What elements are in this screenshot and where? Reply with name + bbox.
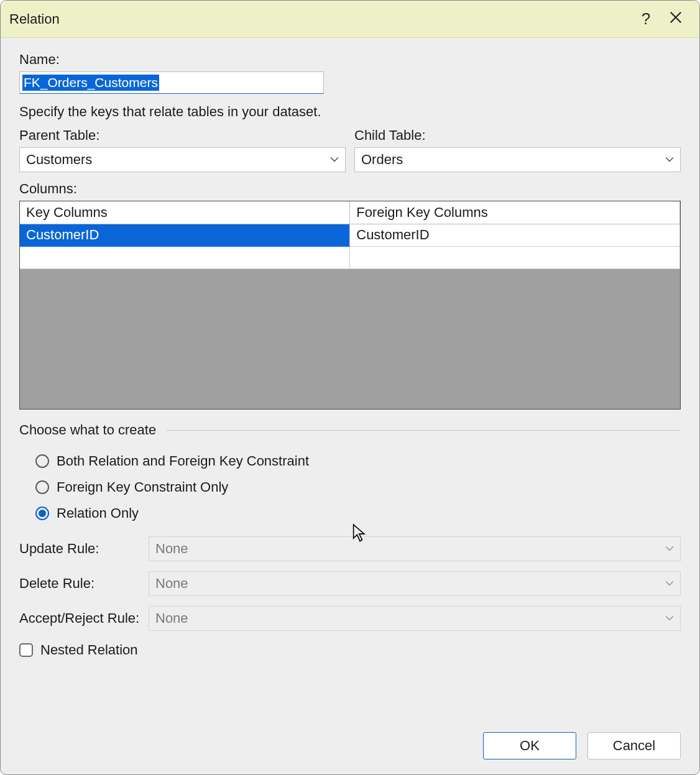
divider (166, 430, 681, 431)
name-input[interactable]: FK_Orders_Customers (19, 71, 324, 94)
choose-group-header: Choose what to create (19, 422, 681, 438)
radio-fk-only[interactable]: Foreign Key Constraint Only (19, 474, 681, 500)
help-button[interactable]: ? (631, 4, 661, 34)
radio-label: Relation Only (57, 505, 139, 521)
table-row[interactable]: CustomerID CustomerID (20, 224, 680, 246)
fk-column-cell[interactable]: CustomerID (350, 224, 680, 246)
chevron-down-icon (665, 155, 674, 164)
delete-rule-combo: None (149, 571, 681, 596)
radio-icon (35, 454, 49, 468)
fk-columns-header[interactable]: Foreign Key Columns (350, 201, 680, 224)
cancel-button[interactable]: Cancel (587, 732, 681, 759)
columns-grid[interactable]: Key Columns Foreign Key Columns Customer… (19, 201, 681, 410)
update-rule-value: None (155, 541, 188, 557)
cancel-button-label: Cancel (613, 738, 655, 754)
chevron-down-icon (330, 155, 339, 164)
name-label: Name: (19, 52, 681, 68)
close-icon (669, 9, 683, 29)
radio-icon (35, 507, 49, 520)
accept-rule-combo: None (149, 606, 681, 631)
fk-column-cell[interactable] (350, 246, 680, 268)
update-rule-label: Update Rule: (19, 541, 149, 557)
relation-dialog: Relation ? Name: FK_Orders_Customers Spe… (0, 0, 700, 775)
help-icon: ? (642, 9, 650, 29)
choose-group-title: Choose what to create (19, 422, 156, 438)
parent-table-label: Parent Table: (19, 127, 346, 144)
ok-button-label: OK (520, 738, 540, 754)
child-table-combo[interactable]: Orders (354, 147, 681, 172)
accept-rule-value: None (155, 610, 188, 626)
radio-relation-only[interactable]: Relation Only (19, 500, 681, 526)
parent-table-combo[interactable]: Customers (19, 147, 346, 172)
update-rule-combo: None (149, 536, 681, 561)
instruction-text: Specify the keys that relate tables in y… (19, 104, 681, 120)
radio-icon (35, 480, 49, 494)
child-table-label: Child Table: (354, 127, 681, 144)
radio-label: Both Relation and Foreign Key Constraint (57, 453, 309, 469)
delete-rule-value: None (155, 576, 188, 592)
radio-label: Foreign Key Constraint Only (57, 479, 228, 495)
close-button[interactable] (661, 4, 691, 34)
table-row[interactable] (20, 246, 680, 268)
chevron-down-icon (665, 544, 674, 553)
parent-table-value: Customers (26, 152, 92, 168)
nested-relation-label: Nested Relation (40, 642, 138, 658)
child-table-value: Orders (361, 152, 403, 168)
window-title: Relation (9, 11, 631, 27)
accept-rule-label: Accept/Reject Rule: (19, 610, 149, 626)
name-input-value: FK_Orders_Customers (22, 75, 159, 91)
delete-rule-label: Delete Rule: (19, 576, 149, 592)
ok-button[interactable]: OK (483, 732, 576, 759)
radio-both[interactable]: Both Relation and Foreign Key Constraint (19, 448, 681, 474)
chevron-down-icon (665, 614, 674, 623)
key-column-cell[interactable]: CustomerID (20, 224, 350, 246)
columns-label: Columns: (19, 181, 681, 197)
checkbox-icon (19, 643, 33, 657)
title-bar: Relation ? (1, 1, 699, 38)
nested-relation-checkbox[interactable]: Nested Relation (19, 642, 681, 658)
key-columns-header[interactable]: Key Columns (20, 201, 350, 224)
chevron-down-icon (665, 579, 674, 588)
key-column-cell[interactable] (20, 246, 350, 268)
